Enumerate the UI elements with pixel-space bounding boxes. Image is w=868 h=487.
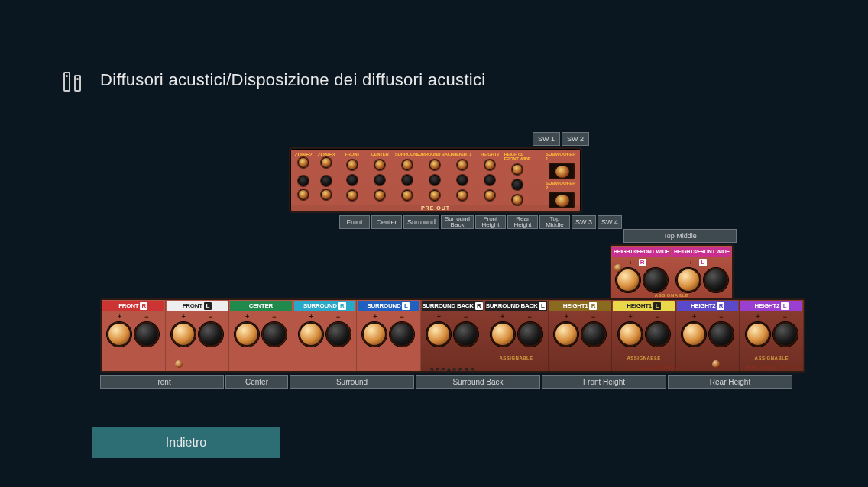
top-middle-button[interactable]: Top Middle: [623, 229, 737, 243]
speaker-cell-1: FRONTL+−: [166, 300, 230, 371]
speaker-cell-10: HEIGHT2L+−ASSIGNABLE: [740, 300, 804, 371]
assign-btn-front-height[interactable]: Front Height: [542, 375, 666, 389]
speakers-icon: [63, 69, 86, 92]
preout-btn-3[interactable]: SurroundBack: [441, 215, 474, 229]
assign-btn-center[interactable]: Center: [225, 375, 288, 389]
speaker-cell-6: SURROUND BACKL+−ASSIGNABLE: [484, 300, 549, 371]
preout-zones: ZONE2 ZONE3: [292, 150, 338, 210]
back-button[interactable]: Indietro: [92, 427, 280, 458]
speaker-cell-7: HEIGHT1R+−: [549, 300, 613, 371]
subwoofer-1-jack: [549, 163, 575, 179]
speaker-cell-header: FRONTR: [102, 301, 164, 311]
preout-btn-5[interactable]: RearHeight: [507, 215, 538, 229]
assignable-label: ASSIGNABLE: [740, 356, 803, 360]
preout-panel: ZONE2 ZONE3 FRONTCENTERSURROUNDSURROUND …: [289, 147, 582, 213]
h3-header-l: HEIGHT3/FRONT WIDEL: [672, 247, 731, 257]
speaker-cell-header: HEIGHT1R: [549, 301, 611, 311]
zone3-label: ZONE3: [317, 152, 335, 157]
class2-label: CLASS 2 WIRING: [636, 365, 679, 369]
preout-columns: FRONTCENTERSURROUNDSURROUND BACKHEIGHT1H…: [339, 150, 530, 205]
assign-btn-surround-back[interactable]: Surround Back: [416, 375, 540, 389]
speaker-cell-header: HEIGHT2L: [740, 301, 802, 311]
preout-col: HEIGHT2: [477, 150, 503, 205]
preout-btn-4[interactable]: FrontHeight: [475, 215, 506, 229]
preout-col: CENTER: [367, 150, 393, 205]
speaker-cell-4: SURROUNDL+−: [357, 300, 421, 371]
sw2-button[interactable]: SW 2: [562, 132, 589, 146]
top-middle-chip: Top Middle: [623, 229, 737, 243]
page-title: Diffusori acustici/Disposizione dei diff…: [100, 70, 486, 90]
preout-button-row: FrontCenterSurroundSurroundBackFrontHeig…: [339, 215, 622, 229]
zone2-label: ZONE2: [294, 152, 312, 157]
speaker-cell-3: SURROUNDR+−: [293, 300, 358, 371]
assignable-label: ASSIGNABLE: [612, 356, 675, 360]
preout-label: PRE OUT: [290, 205, 581, 211]
speaker-cell-8: HEIGHT1L+−ASSIGNABLE: [612, 300, 676, 371]
assign-btn-rear-height[interactable]: Rear Height: [668, 375, 792, 389]
assignable-label: ASSIGNABLE: [484, 356, 548, 360]
preout-col: FRONT: [339, 150, 365, 205]
speaker-cell-header: HEIGHT2R: [677, 301, 739, 311]
height3-panel: HEIGHT3/FRONT WIDER +− HEIGHT3/FRONT WID…: [610, 244, 734, 301]
preout-subwoofer: SUBWOOFER 1 SUBWOOFER 2: [544, 150, 579, 210]
speaker-cell-header: SURROUNDR: [294, 301, 356, 311]
speaker-assign-button-row: FrontCenterSurroundSurround BackFront He…: [100, 375, 792, 389]
preout-btn-2[interactable]: Surround: [403, 215, 439, 229]
speaker-cell-9: HEIGHT2R+−: [676, 300, 740, 371]
h3-assignable: ASSIGNABLE: [611, 293, 732, 298]
speaker-cell-0: FRONTR+−: [102, 300, 166, 371]
impedance-label: IMPEDANCE : 4~16Ω: [746, 365, 798, 369]
speaker-cell-header: SURROUNDL: [358, 301, 419, 311]
speakers-label: SPEAKERS: [429, 366, 475, 373]
page-header: Diffusori acustici/Disposizione dei diff…: [63, 69, 486, 92]
preout-col: SURROUND: [394, 150, 420, 205]
speaker-cell-header: SURROUND BACKL: [485, 301, 547, 311]
assign-btn-surround[interactable]: Surround: [290, 375, 414, 389]
speaker-cell-2: CENTER+−: [229, 300, 293, 371]
preout-btn-1[interactable]: Center: [371, 215, 402, 229]
preout-col: HEIGHT1: [449, 150, 475, 205]
sw1-button[interactable]: SW 1: [533, 132, 560, 146]
preout-sw-top-buttons: SW 1 SW 2: [533, 132, 589, 146]
preout-btn-6[interactable]: TopMiddle: [539, 215, 570, 229]
preout-btn-7[interactable]: SW 3: [572, 215, 596, 229]
preout-col: SURROUND BACK: [422, 150, 448, 205]
speaker-cell-header: HEIGHT1L: [613, 301, 675, 311]
preout-btn-8[interactable]: SW 4: [598, 215, 622, 229]
speaker-cell-5: SURROUND BACKR+−: [421, 300, 485, 371]
speakers-panel: FRONTR+−FRONTL+−CENTER+−SURROUNDR+−SURRO…: [100, 298, 805, 373]
speaker-cell-header: CENTER: [230, 301, 292, 311]
preout-btn-0[interactable]: Front: [339, 215, 370, 229]
speaker-cell-header: FRONTL: [167, 301, 228, 311]
assign-btn-front[interactable]: Front: [100, 375, 224, 389]
h3-header-r: HEIGHT3/FRONT WIDER: [612, 247, 671, 257]
preout-col: HEIGHT3/ FRONT WIDE: [504, 150, 530, 205]
speaker-cell-header: SURROUND BACKR: [422, 301, 484, 311]
